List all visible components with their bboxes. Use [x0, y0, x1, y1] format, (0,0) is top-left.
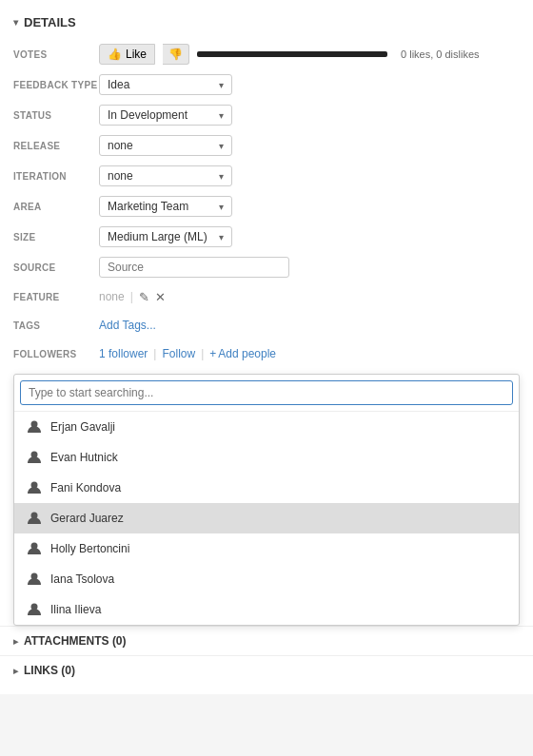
person-item[interactable]: Erjan Gavalji — [14, 412, 519, 442]
person-name: Iana Tsolova — [50, 572, 114, 586]
area-value: Marketing Team ▾ — [99, 196, 520, 217]
feature-text: none — [99, 290, 125, 303]
feature-close-icon[interactable]: ✕ — [155, 290, 166, 304]
feature-value: none | ✎ ✕ — [99, 290, 520, 304]
attachments-chevron-icon: ▸ — [13, 636, 18, 647]
status-dropdown[interactable]: In Development ▾ — [99, 105, 232, 126]
person-icon — [26, 479, 43, 496]
feature-label: FEATURE — [13, 292, 99, 302]
size-value: Medium Large (ML) ▾ — [99, 226, 520, 247]
followers-sep2: | — [201, 347, 204, 360]
add-people-label: Add people — [218, 347, 276, 360]
person-name: Gerard Juarez — [50, 512, 124, 525]
person-item[interactable]: Holly Bertoncini — [14, 533, 519, 564]
area-label: AREA — [13, 202, 99, 212]
release-selected: none — [108, 139, 133, 152]
release-dropdown[interactable]: none ▾ — [99, 135, 232, 156]
status-selected: In Development — [108, 108, 188, 122]
person-icon — [26, 449, 43, 466]
links-section[interactable]: ▸ LINKS (0) — [0, 655, 533, 685]
area-dropdown[interactable]: Marketing Team ▾ — [99, 196, 232, 217]
votes-label: VOTES — [13, 49, 99, 60]
source-row: SOURCE — [0, 252, 533, 282]
votes-row: VOTES 👍 Like 👎 0 likes, 0 dislikes — [0, 39, 533, 69]
person-icon — [26, 601, 43, 618]
iteration-value: none ▾ — [99, 165, 520, 186]
release-row: RELEASE none ▾ — [0, 130, 533, 161]
feedback-type-selected: Idea — [108, 78, 129, 91]
add-people-plus-icon: + — [209, 347, 216, 360]
attachments-label: ATTACHMENTS (0) — [24, 634, 127, 648]
iteration-label: ITERATION — [13, 171, 99, 182]
dislike-button[interactable]: 👎 — [163, 44, 189, 65]
source-label: SOURCE — [13, 262, 99, 273]
size-selected: Medium Large (ML) — [108, 230, 207, 243]
vote-count-text: 0 likes, 0 dislikes — [401, 48, 480, 60]
tags-label: TAGS — [13, 320, 99, 331]
feedback-type-label: FEEDBACK TYPE — [13, 80, 99, 90]
like-button[interactable]: 👍 Like — [99, 44, 155, 65]
like-label: Like — [126, 48, 147, 61]
thumbs-up-icon: 👍 — [108, 48, 122, 61]
thumbs-down-icon: 👎 — [168, 48, 183, 61]
area-selected: Marketing Team — [108, 200, 188, 213]
iteration-selected: none — [108, 169, 133, 183]
person-item[interactable]: Iana Tsolova — [14, 564, 519, 594]
search-input-wrapper — [14, 375, 519, 412]
size-arrow-icon: ▾ — [219, 232, 224, 242]
feature-row: FEATURE none | ✎ ✕ — [0, 282, 533, 311]
source-input[interactable] — [99, 257, 289, 278]
followers-label: FOLLOWERS — [13, 349, 99, 359]
follower-count-link[interactable]: 1 follower — [99, 347, 148, 360]
followers-value: 1 follower | Follow | + Add people — [99, 347, 520, 360]
person-icon — [26, 540, 43, 557]
status-arrow-icon: ▾ — [219, 110, 224, 121]
feature-edit-icon[interactable]: ✎ — [139, 290, 149, 304]
feature-separator: | — [130, 290, 133, 303]
size-label: SIZE — [13, 232, 99, 242]
status-label: STATUS — [13, 110, 99, 121]
details-content: VOTES 👍 Like 👎 0 likes, 0 dislikes FEEDB… — [0, 35, 533, 374]
people-search-dropdown: Erjan GavaljiEvan HutnickFani KondovaGer… — [13, 374, 520, 626]
votes-value: 👍 Like 👎 0 likes, 0 dislikes — [99, 44, 520, 65]
iteration-row: ITERATION none ▾ — [0, 161, 533, 191]
links-chevron-icon: ▸ — [13, 666, 18, 676]
person-icon — [26, 418, 43, 436]
followers-row: FOLLOWERS 1 follower | Follow | + Add pe… — [0, 339, 533, 368]
follow-button[interactable]: Follow — [162, 347, 195, 360]
person-icon — [26, 571, 43, 588]
details-section-header[interactable]: ▾ DETAILS — [0, 10, 533, 35]
feedback-type-value: Idea ▾ — [99, 74, 520, 95]
feedback-type-arrow-icon: ▾ — [219, 80, 224, 90]
person-name: Evan Hutnick — [50, 451, 118, 464]
vote-progress-bar — [197, 51, 387, 57]
release-arrow-icon: ▾ — [219, 141, 224, 151]
person-name: Fani Kondova — [50, 481, 121, 494]
details-title: DETAILS — [24, 15, 76, 29]
area-arrow-icon: ▾ — [219, 202, 224, 212]
person-item[interactable]: Fani Kondova — [14, 473, 519, 503]
release-label: RELEASE — [13, 141, 99, 151]
iteration-dropdown[interactable]: none ▾ — [99, 165, 232, 186]
add-tags-link[interactable]: Add Tags... — [99, 319, 156, 332]
size-dropdown[interactable]: Medium Large (ML) ▾ — [99, 226, 232, 247]
people-search-input[interactable] — [20, 380, 513, 405]
feedback-type-row: FEEDBACK TYPE Idea ▾ — [0, 69, 533, 100]
attachments-section[interactable]: ▸ ATTACHMENTS (0) — [0, 626, 533, 655]
links-label: LINKS (0) — [24, 664, 75, 677]
search-results-list: Erjan GavaljiEvan HutnickFani KondovaGer… — [14, 412, 519, 625]
area-row: AREA Marketing Team ▾ — [0, 191, 533, 222]
source-value — [99, 257, 520, 278]
tags-row: TAGS Add Tags... — [0, 311, 533, 339]
person-item[interactable]: Ilina Ilieva — [14, 594, 519, 625]
person-item[interactable]: Gerard Juarez — [14, 503, 519, 533]
person-name: Erjan Gavalji — [50, 420, 115, 434]
iteration-arrow-icon: ▾ — [219, 171, 224, 182]
person-icon — [26, 510, 43, 527]
feedback-type-dropdown[interactable]: Idea ▾ — [99, 74, 232, 95]
size-row: SIZE Medium Large (ML) ▾ — [0, 222, 533, 252]
person-item[interactable]: Evan Hutnick — [14, 442, 519, 473]
status-row: STATUS In Development ▾ — [0, 100, 533, 130]
tags-value: Add Tags... — [99, 319, 520, 332]
add-people-button[interactable]: + Add people — [209, 347, 276, 360]
